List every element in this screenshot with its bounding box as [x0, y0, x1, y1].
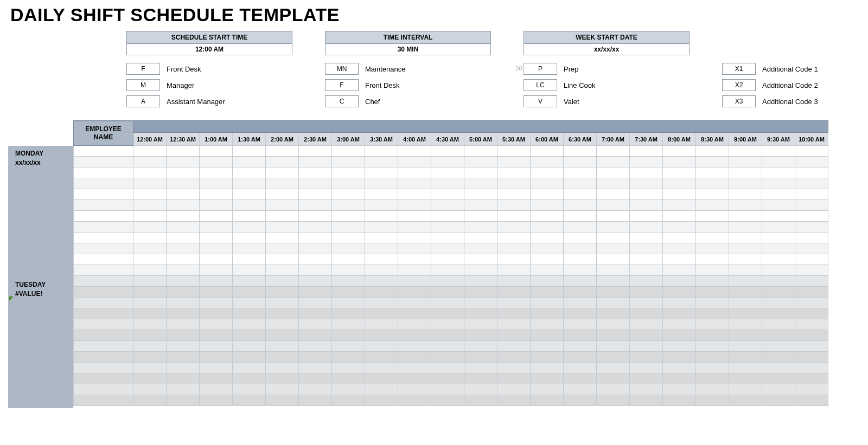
- employee-name-cell[interactable]: [74, 243, 133, 254]
- schedule-cell[interactable]: [564, 384, 597, 395]
- employee-name-cell[interactable]: [74, 373, 133, 384]
- employee-name-cell[interactable]: [74, 157, 133, 167]
- schedule-cell[interactable]: [233, 352, 266, 363]
- schedule-cell[interactable]: [266, 178, 299, 189]
- schedule-cell[interactable]: [597, 233, 630, 243]
- schedule-cell[interactable]: [630, 265, 663, 276]
- schedule-cell[interactable]: [795, 319, 828, 330]
- schedule-cell[interactable]: [663, 265, 696, 276]
- schedule-cell[interactable]: [663, 276, 696, 287]
- schedule-cell[interactable]: [630, 167, 663, 178]
- schedule-cell[interactable]: [167, 384, 200, 395]
- schedule-cell[interactable]: [795, 341, 828, 352]
- employee-name-cell[interactable]: [74, 395, 133, 406]
- schedule-cell[interactable]: [266, 319, 299, 330]
- schedule-cell[interactable]: [133, 146, 167, 157]
- schedule-cell[interactable]: [332, 319, 365, 330]
- schedule-cell[interactable]: [696, 265, 729, 276]
- schedule-cell[interactable]: [564, 341, 597, 352]
- schedule-cell[interactable]: [133, 265, 167, 276]
- schedule-cell[interactable]: [266, 287, 299, 298]
- schedule-cell[interactable]: [795, 146, 828, 157]
- schedule-cell[interactable]: [597, 178, 630, 189]
- grid-table[interactable]: EMPLOYEE NAME 12:00 AM12:30 AM1:00 AM1:3…: [73, 120, 828, 406]
- schedule-cell[interactable]: [762, 189, 795, 200]
- schedule-cell[interactable]: [795, 157, 828, 167]
- schedule-cell[interactable]: [597, 157, 630, 167]
- schedule-cell[interactable]: [365, 276, 398, 287]
- schedule-cell[interactable]: [299, 330, 332, 341]
- schedule-cell[interactable]: [133, 200, 167, 211]
- schedule-cell[interactable]: [464, 157, 497, 167]
- schedule-cell[interactable]: [663, 233, 696, 243]
- schedule-cell[interactable]: [431, 276, 464, 287]
- schedule-cell[interactable]: [233, 178, 266, 189]
- employee-name-cell[interactable]: [74, 352, 133, 363]
- schedule-cell[interactable]: [597, 167, 630, 178]
- schedule-cell[interactable]: [332, 384, 365, 395]
- schedule-cell[interactable]: [332, 308, 365, 319]
- schedule-cell[interactable]: [630, 287, 663, 298]
- schedule-cell[interactable]: [762, 265, 795, 276]
- schedule-cell[interactable]: [365, 384, 398, 395]
- schedule-cell[interactable]: [365, 319, 398, 330]
- schedule-cell[interactable]: [398, 178, 431, 189]
- schedule-cell[interactable]: [663, 157, 696, 167]
- schedule-cell[interactable]: [597, 330, 630, 341]
- schedule-cell[interactable]: [663, 384, 696, 395]
- schedule-cell[interactable]: [729, 167, 762, 178]
- schedule-cell[interactable]: [630, 330, 663, 341]
- schedule-cell[interactable]: [299, 373, 332, 384]
- schedule-cell[interactable]: [266, 243, 299, 254]
- schedule-cell[interactable]: [663, 189, 696, 200]
- employee-name-cell[interactable]: [74, 287, 133, 298]
- schedule-cell[interactable]: [464, 265, 497, 276]
- schedule-cell[interactable]: [564, 211, 597, 222]
- schedule-cell[interactable]: [365, 373, 398, 384]
- schedule-cell[interactable]: [597, 373, 630, 384]
- employee-name-cell[interactable]: [74, 233, 133, 243]
- schedule-cell[interactable]: [762, 330, 795, 341]
- schedule-cell[interactable]: [233, 146, 266, 157]
- schedule-cell[interactable]: [531, 384, 564, 395]
- schedule-row[interactable]: [74, 330, 828, 341]
- schedule-cell[interactable]: [564, 243, 597, 254]
- schedule-cell[interactable]: [365, 395, 398, 406]
- schedule-cell[interactable]: [630, 298, 663, 308]
- schedule-cell[interactable]: [531, 146, 564, 157]
- schedule-cell[interactable]: [795, 167, 828, 178]
- schedule-cell[interactable]: [398, 298, 431, 308]
- schedule-cell[interactable]: [431, 146, 464, 157]
- schedule-cell[interactable]: [464, 254, 497, 265]
- schedule-cell[interactable]: [266, 211, 299, 222]
- schedule-cell[interactable]: [464, 233, 497, 243]
- schedule-cell[interactable]: [431, 384, 464, 395]
- schedule-cell[interactable]: [497, 308, 531, 319]
- schedule-cell[interactable]: [464, 243, 497, 254]
- schedule-cell[interactable]: [133, 287, 167, 298]
- schedule-cell[interactable]: [266, 308, 299, 319]
- schedule-cell[interactable]: [365, 157, 398, 167]
- schedule-cell[interactable]: [729, 157, 762, 167]
- schedule-cell[interactable]: [531, 287, 564, 298]
- schedule-cell[interactable]: [133, 298, 167, 308]
- schedule-cell[interactable]: [133, 178, 167, 189]
- schedule-cell[interactable]: [663, 330, 696, 341]
- schedule-cell[interactable]: [729, 265, 762, 276]
- legend-code-input[interactable]: A: [126, 95, 160, 107]
- schedule-cell[interactable]: [431, 222, 464, 233]
- employee-name-cell[interactable]: [74, 276, 133, 287]
- schedule-cell[interactable]: [200, 157, 233, 167]
- schedule-cell[interactable]: [431, 211, 464, 222]
- schedule-cell[interactable]: [597, 243, 630, 254]
- schedule-cell[interactable]: [398, 384, 431, 395]
- schedule-cell[interactable]: [167, 363, 200, 373]
- schedule-cell[interactable]: [464, 167, 497, 178]
- schedule-cell[interactable]: [299, 352, 332, 363]
- schedule-cell[interactable]: [663, 308, 696, 319]
- schedule-cell[interactable]: [299, 276, 332, 287]
- schedule-cell[interactable]: [630, 200, 663, 211]
- schedule-cell[interactable]: [597, 146, 630, 157]
- schedule-cell[interactable]: [365, 287, 398, 298]
- schedule-cell[interactable]: [365, 178, 398, 189]
